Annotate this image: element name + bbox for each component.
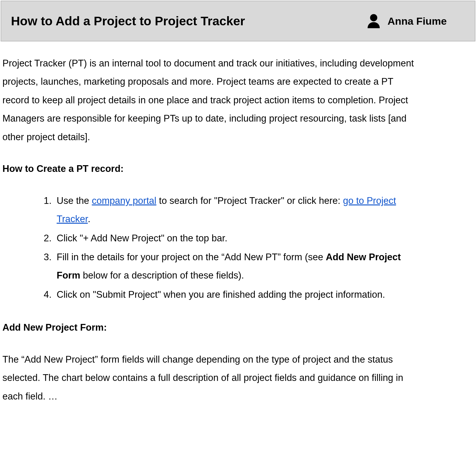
section-heading-form: Add New Project Form: xyxy=(2,318,418,337)
document-body: Project Tracker (PT) is an internal tool… xyxy=(0,42,420,418)
section-heading-create: How to Create a PT record: xyxy=(2,160,418,178)
intro-paragraph: Project Tracker (PT) is an internal tool… xyxy=(2,54,418,146)
page-title: How to Add a Project to Project Tracker xyxy=(11,14,245,28)
list-item: Click "+ Add New Project" on the top bar… xyxy=(54,229,418,247)
company-portal-link[interactable]: company portal xyxy=(92,195,156,206)
step-text: Fill in the details for your project on … xyxy=(57,252,326,262)
document-header: How to Add a Project to Project Tracker … xyxy=(1,1,475,41)
list-item: Click on "Submit Project" when you are f… xyxy=(54,286,418,304)
form-intro-paragraph: The “Add New Project” form fields will c… xyxy=(2,350,418,406)
person-icon xyxy=(365,12,383,30)
author-block: Anna Fiume xyxy=(365,12,447,30)
step-text: to search for "Project Tracker" or click… xyxy=(156,195,343,206)
svg-point-0 xyxy=(370,14,378,21)
list-item: Fill in the details for your project on … xyxy=(54,248,418,285)
author-name: Anna Fiume xyxy=(387,15,447,27)
step-text: Use the xyxy=(57,195,92,206)
step-text: . xyxy=(88,214,90,224)
step-text: below for a description of these fields)… xyxy=(80,270,244,281)
list-item: Use the company portal to search for "Pr… xyxy=(54,192,418,229)
steps-list: Use the company portal to search for "Pr… xyxy=(2,192,418,304)
